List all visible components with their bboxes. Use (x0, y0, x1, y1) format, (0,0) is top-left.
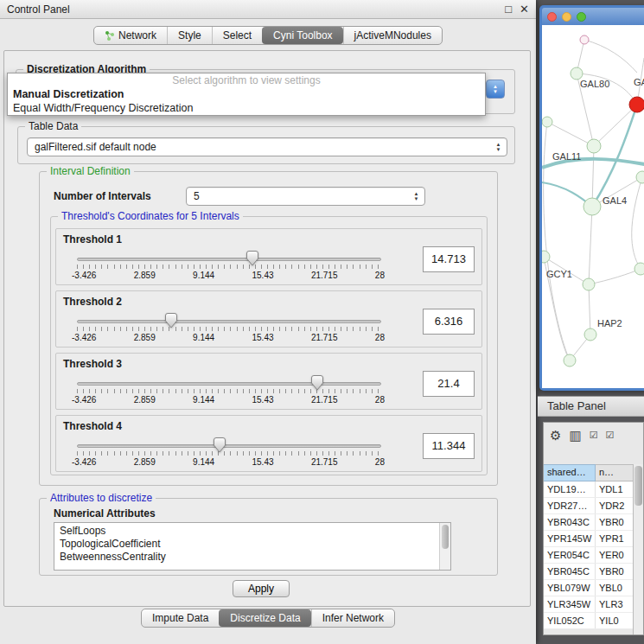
close-window-icon[interactable]: ✕ (520, 3, 529, 16)
threshold-1-value-field[interactable]: 14.713 (423, 246, 475, 272)
attributes-to-discretize-group: Attributes to discretize Numerical Attri… (39, 498, 498, 576)
threshold-label: Threshold 4 (63, 420, 122, 432)
slider-track[interactable] (77, 444, 381, 448)
zoom-traffic-light[interactable] (577, 12, 586, 22)
tab-label: jActiveMNodules (354, 29, 431, 41)
slider-thumb[interactable] (311, 375, 323, 391)
threshold-3-panel: Threshold 3 -3.426 2.859 9.144 15.43 21 (55, 353, 482, 410)
column-header-name[interactable]: n… (596, 464, 634, 481)
slider-track[interactable] (77, 258, 381, 261)
bottom-tab-bar: Impute Data Discretize Data Infer Networ… (0, 609, 536, 628)
table-row[interactable]: YBR043CYBR0 (544, 514, 634, 531)
node[interactable] (634, 263, 644, 275)
node-hap2[interactable] (584, 328, 596, 341)
columns-icon[interactable]: ▥ (569, 429, 581, 442)
threshold-1-panel: Threshold 1 -3.426 2.859 9.144 15.43 21 (55, 228, 482, 285)
group-label: Attributes to discretize (47, 492, 156, 504)
threshold-3-value-field[interactable]: 21.4 (423, 371, 475, 397)
node-gcy1[interactable] (542, 251, 550, 263)
node[interactable] (580, 35, 589, 44)
slider-ticks (77, 389, 381, 393)
slider-thumb[interactable] (214, 437, 226, 453)
threshold-2-slider[interactable]: -3.426 2.859 9.144 15.43 21.715 28 (77, 312, 381, 347)
threshold-4-value-field[interactable]: 11.344 (423, 433, 475, 459)
table-row[interactable]: YPR145WYPR1 (544, 531, 634, 547)
scrollbar-thumb[interactable] (634, 466, 642, 506)
network-canvas[interactable]: GAL80 GA GAL11 GAL4 GCY1 HAP2 (542, 25, 644, 388)
tab-select[interactable]: Select (212, 27, 262, 44)
node[interactable] (542, 117, 552, 127)
slider-scale-labels: -3.426 2.859 9.144 15.43 21.715 28 (72, 271, 385, 280)
tab-style[interactable]: Style (167, 27, 212, 44)
list-item[interactable]: TopologicalCoefficient (60, 538, 450, 551)
threshold-4-slider[interactable]: -3.426 2.859 9.144 15.43 21.715 28 (77, 437, 381, 471)
tab-label: Cyni Toolbox (273, 29, 332, 41)
slider-thumb[interactable] (246, 251, 258, 266)
table-row[interactable]: YIL052CYIL0 (544, 613, 634, 629)
list-scrollbar[interactable] (439, 523, 450, 570)
node-gal80[interactable] (571, 67, 583, 80)
select-all-icon[interactable]: ☑ (606, 430, 615, 440)
table-panel-window: ⚙ ▥ ☑ ☑ shared… n… YDL19…YDL1 YDR27…YDR2… (543, 422, 644, 635)
scrollbar-thumb[interactable] (442, 525, 449, 549)
apply-button[interactable]: Apply (233, 580, 290, 597)
node-selected[interactable] (629, 97, 644, 112)
table-row[interactable]: YLR345WYLR3 (544, 596, 634, 613)
tab-label: Style (178, 29, 201, 41)
thresholds-coordinates-group: Threshold's Coordinates for 5 Intervals … (50, 216, 488, 475)
node[interactable] (583, 278, 595, 290)
slider-ticks (77, 265, 381, 269)
table-row[interactable]: YDR27…YDR2 (544, 498, 634, 514)
node-label: GAL4 (603, 195, 627, 206)
node[interactable] (564, 354, 576, 367)
slider-track[interactable] (77, 382, 381, 386)
combo-stepper-icon: ▲▼ (410, 191, 424, 201)
tab-cyni-toolbox[interactable]: Cyni Toolbox (262, 27, 342, 44)
gear-icon[interactable]: ⚙ (550, 429, 561, 442)
slider-track[interactable] (77, 320, 381, 323)
select-visible-icon[interactable]: ☑ (590, 430, 598, 440)
table-body: YDL19…YDL1 YDR27…YDR2 YBR043CYBR0 YPR145… (544, 481, 634, 629)
close-traffic-light[interactable] (547, 12, 557, 22)
slider-scale-labels: -3.426 2.859 9.144 15.43 21.715 28 (72, 457, 385, 467)
table-data-combo[interactable]: galFiltered.sif default node ▲▼ (27, 137, 507, 156)
minimize-traffic-light[interactable] (562, 12, 571, 22)
node-gal11[interactable] (587, 139, 601, 153)
list-item[interactable]: SelfLoops (60, 525, 450, 538)
table-row[interactable]: YER054CYER0 (544, 547, 634, 564)
tab-impute-data[interactable]: Impute Data (142, 609, 219, 627)
group-label: Table Data (25, 120, 81, 132)
tab-jactivemnodules[interactable]: jActiveMNodules (343, 27, 442, 44)
threshold-label: Threshold 3 (63, 358, 122, 370)
threshold-2-value-field[interactable]: 6.316 (423, 309, 475, 335)
algorithm-combo-stepper[interactable]: ▲ ▼ (486, 80, 505, 99)
float-window-icon[interactable]: □ (505, 3, 512, 16)
table-row[interactable]: YDL19…YDL1 (544, 481, 634, 498)
number-of-intervals-combo[interactable]: 5 ▲▼ (186, 187, 425, 206)
threshold-label: Threshold 2 (63, 296, 122, 308)
threshold-2-panel: Threshold 2 -3.426 2.859 9.144 15.43 21 (55, 290, 482, 348)
number-of-intervals-label: Number of Intervals (54, 190, 151, 202)
numerical-attributes-label: Numerical Attributes (54, 507, 156, 520)
top-tab-bar: Network Style Select Cyni Toolbox jActiv… (0, 26, 536, 45)
numerical-attributes-list: SelfLoops TopologicalCoefficient Between… (54, 522, 451, 571)
node[interactable] (636, 171, 644, 183)
table-row[interactable]: YBR045CYBR0 (544, 564, 634, 580)
node-gal4[interactable] (583, 198, 601, 215)
threshold-1-slider[interactable]: -3.426 2.859 9.144 15.43 21.715 28 (77, 250, 381, 284)
table-panel-header: Table Panel (538, 396, 644, 417)
table-scrollbar[interactable] (633, 464, 643, 634)
threshold-3-slider[interactable]: -3.426 2.859 9.144 15.43 21.715 28 (77, 374, 381, 409)
table-row[interactable]: YBL079WYBL0 (544, 580, 634, 596)
dropdown-option-equal-width-frequency[interactable]: Equal Width/Frequency Discretization (8, 101, 485, 115)
tab-discretize-data[interactable]: Discretize Data (219, 609, 310, 627)
table-toolbar: ⚙ ▥ ☑ ☑ (544, 423, 643, 447)
tab-network[interactable]: Network (94, 27, 167, 44)
network-view-window: GAL80 GA GAL11 GAL4 GCY1 HAP2 (539, 5, 644, 391)
tab-infer-network[interactable]: Infer Network (311, 609, 394, 627)
threshold-4-panel: Threshold 4 -3.426 2.859 9.144 15.43 21 (55, 415, 482, 472)
dropdown-option-manual-discretization[interactable]: Manual Discretization (8, 87, 485, 101)
slider-thumb[interactable] (165, 313, 177, 328)
column-header-shared-name[interactable]: shared… (544, 464, 596, 481)
list-item[interactable]: BetweennessCentrality (60, 551, 450, 564)
